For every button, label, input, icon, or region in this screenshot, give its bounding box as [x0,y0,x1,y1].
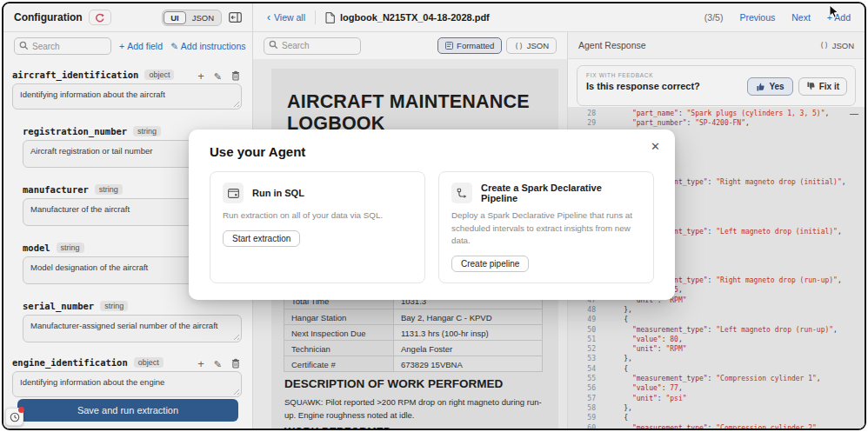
clock-icon [10,412,20,422]
modal-title: Use your Agent [210,144,654,159]
modal-cards: Run in SQL Run extraction on all of your… [210,171,654,283]
use-your-agent-modal: Use your Agent ✕ Run in SQL Run extracti… [189,130,675,300]
sql-window-icon [223,183,244,203]
spark-pipeline-card: Create a Spark Declarative Pipeline Depl… [438,171,654,283]
create-pipeline-button[interactable]: Create pipeline [451,256,529,272]
mouse-cursor [828,4,841,19]
close-icon[interactable]: ✕ [651,140,660,153]
notification-dot [18,407,24,413]
card-title: Run in SQL [252,188,304,198]
card-description: Run extraction on all of your data via S… [223,209,412,223]
pipeline-icon [451,183,472,203]
history-widget[interactable] [5,408,23,426]
card-title: Create a Spark Declarative Pipeline [481,183,641,203]
card-description: Deploy a Spark Declarative Pipeline that… [451,209,641,248]
app-window: Configuration UI JSON [2,2,866,430]
run-in-sql-card: Run in SQL Run extraction on all of your… [210,171,425,283]
start-extraction-button[interactable]: Start extraction [223,230,300,247]
